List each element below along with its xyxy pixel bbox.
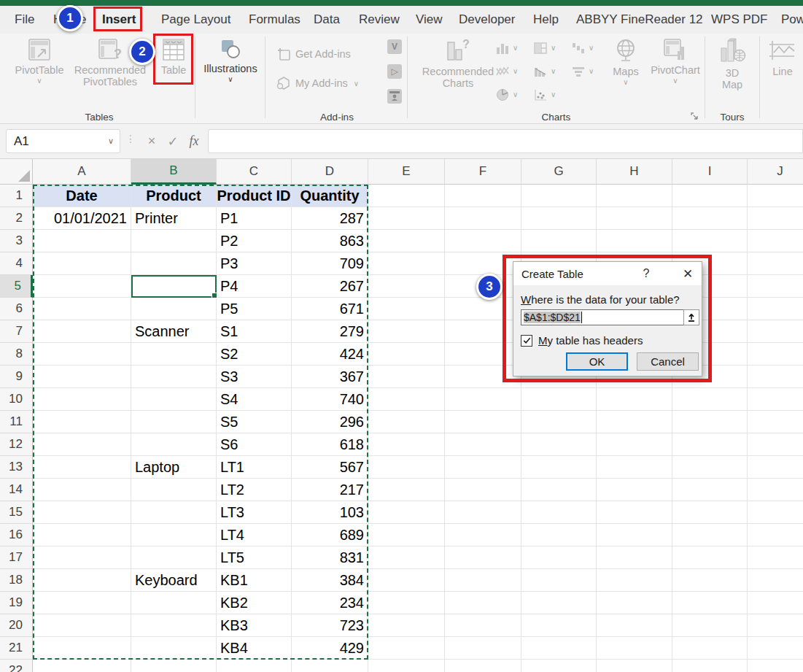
- column-header-C[interactable]: C: [217, 159, 292, 185]
- cell-C11[interactable]: S5: [217, 411, 292, 433]
- cell-D20[interactable]: 723: [292, 614, 368, 637]
- cell-F2[interactable]: [445, 207, 521, 230]
- cell-B21[interactable]: [131, 637, 217, 660]
- row-header-1[interactable]: 1: [0, 185, 33, 207]
- cell-G2[interactable]: [521, 207, 597, 230]
- cell-E22[interactable]: [368, 660, 445, 672]
- cell-B8[interactable]: [131, 343, 217, 366]
- cell-C19[interactable]: KB2: [217, 592, 292, 614]
- cell-F21[interactable]: [445, 637, 521, 660]
- ok-button[interactable]: OK: [566, 352, 628, 371]
- cell-G11[interactable]: [521, 411, 597, 433]
- cell-A1[interactable]: Date: [33, 185, 131, 207]
- cell-I15[interactable]: [672, 501, 748, 524]
- cell-B22[interactable]: [131, 660, 217, 672]
- tab-insert[interactable]: Insert: [102, 12, 136, 27]
- cell-G20[interactable]: [521, 614, 597, 637]
- cell-J8[interactable]: [748, 343, 803, 366]
- cell-E14[interactable]: [368, 479, 445, 501]
- cell-G21[interactable]: [521, 637, 597, 660]
- dialog-help-icon[interactable]: ?: [639, 267, 653, 280]
- cell-C8[interactable]: S2: [217, 343, 292, 366]
- cell-E21[interactable]: [368, 637, 445, 660]
- cell-A5[interactable]: [33, 275, 131, 298]
- cell-A3[interactable]: [33, 230, 131, 252]
- cell-H22[interactable]: [597, 660, 672, 672]
- cancel-button[interactable]: Cancel: [637, 352, 699, 371]
- cell-F19[interactable]: [445, 592, 521, 614]
- cell-C1[interactable]: Product ID: [217, 185, 292, 207]
- cell-G13[interactable]: [521, 456, 597, 479]
- cell-A4[interactable]: [33, 252, 131, 275]
- cell-B14[interactable]: [131, 479, 217, 501]
- cell-G17[interactable]: [521, 547, 597, 569]
- my-addins-button[interactable]: My Add-ins ∨: [276, 76, 359, 90]
- tab-formulas[interactable]: Formulas: [249, 12, 300, 27]
- cell-A17[interactable]: [33, 547, 131, 569]
- cell-H21[interactable]: [597, 637, 672, 660]
- tab-review[interactable]: Review: [359, 12, 400, 27]
- cell-H18[interactable]: [597, 569, 672, 592]
- cell-A6[interactable]: [33, 298, 131, 320]
- cell-E12[interactable]: [368, 433, 445, 456]
- cell-I20[interactable]: [672, 614, 748, 637]
- cell-E17[interactable]: [368, 547, 445, 569]
- insert-scatter-chart-button[interactable]: ∨: [533, 86, 565, 104]
- cell-I13[interactable]: [672, 456, 748, 479]
- cell-C10[interactable]: S4: [217, 388, 292, 411]
- cell-F3[interactable]: [445, 230, 521, 252]
- cell-I3[interactable]: [672, 230, 748, 252]
- cell-A7[interactable]: [33, 320, 131, 343]
- cell-D21[interactable]: 429: [292, 637, 368, 660]
- cell-D7[interactable]: 279: [292, 320, 368, 343]
- row-header-8[interactable]: 8: [0, 343, 33, 366]
- column-header-I[interactable]: I: [672, 159, 748, 185]
- collapse-dialog-range-picker-button[interactable]: [683, 309, 699, 325]
- insert-pie-chart-button[interactable]: ∨: [495, 86, 527, 104]
- cell-D1[interactable]: Quantity: [292, 185, 368, 207]
- cell-A12[interactable]: [33, 433, 131, 456]
- illustrations-button[interactable]: Illustrations ∨: [198, 38, 263, 83]
- cell-B7[interactable]: Scanner: [131, 320, 217, 343]
- cell-D14[interactable]: 217: [292, 479, 368, 501]
- cell-H12[interactable]: [597, 433, 672, 456]
- cell-B16[interactable]: [131, 524, 217, 547]
- tab-abbyy-finereader[interactable]: ABBYY FineReader 12: [576, 12, 703, 27]
- select-all-corner[interactable]: [0, 159, 33, 185]
- cell-C5[interactable]: P4: [217, 275, 292, 298]
- cell-E13[interactable]: [368, 456, 445, 479]
- tab-file[interactable]: File: [15, 12, 34, 27]
- recommended-charts-button[interactable]: ? Recommended Charts: [422, 38, 494, 89]
- cell-B15[interactable]: [131, 501, 217, 524]
- bing-maps-icon[interactable]: ▷: [387, 64, 402, 79]
- my-table-has-headers-checkbox[interactable]: [521, 335, 532, 347]
- cell-B4[interactable]: [131, 252, 217, 275]
- cell-D4[interactable]: 709: [292, 252, 368, 275]
- cell-J11[interactable]: [748, 411, 803, 433]
- cell-A22[interactable]: [33, 660, 131, 672]
- cell-D2[interactable]: 287: [292, 207, 368, 230]
- cell-B1[interactable]: Product: [131, 185, 217, 207]
- cell-G12[interactable]: [521, 433, 597, 456]
- cell-F10[interactable]: [445, 388, 521, 411]
- insert-line-chart-button[interactable]: ∨: [495, 63, 527, 80]
- cell-E19[interactable]: [368, 592, 445, 614]
- cell-D12[interactable]: 618: [292, 433, 368, 456]
- cell-E11[interactable]: [368, 411, 445, 433]
- cell-H15[interactable]: [597, 501, 672, 524]
- formula-enter-button[interactable]: ✓: [162, 129, 184, 153]
- tab-developer[interactable]: Developer: [459, 12, 516, 27]
- dialog-titlebar[interactable]: Create Table ? ✕: [513, 262, 702, 285]
- cell-I10[interactable]: [672, 388, 748, 411]
- cell-H3[interactable]: [597, 230, 672, 252]
- row-header-13[interactable]: 13: [0, 456, 33, 479]
- cell-A8[interactable]: [33, 343, 131, 366]
- cell-C12[interactable]: S6: [217, 433, 292, 456]
- row-header-14[interactable]: 14: [0, 479, 33, 501]
- tab-wps-pdf[interactable]: WPS PDF: [711, 12, 767, 27]
- row-header-11[interactable]: 11: [0, 411, 33, 433]
- formula-input[interactable]: [208, 129, 803, 153]
- cell-I2[interactable]: [672, 207, 748, 230]
- cell-F12[interactable]: [445, 433, 521, 456]
- pivotchart-button[interactable]: PivotChart ∨: [650, 38, 701, 85]
